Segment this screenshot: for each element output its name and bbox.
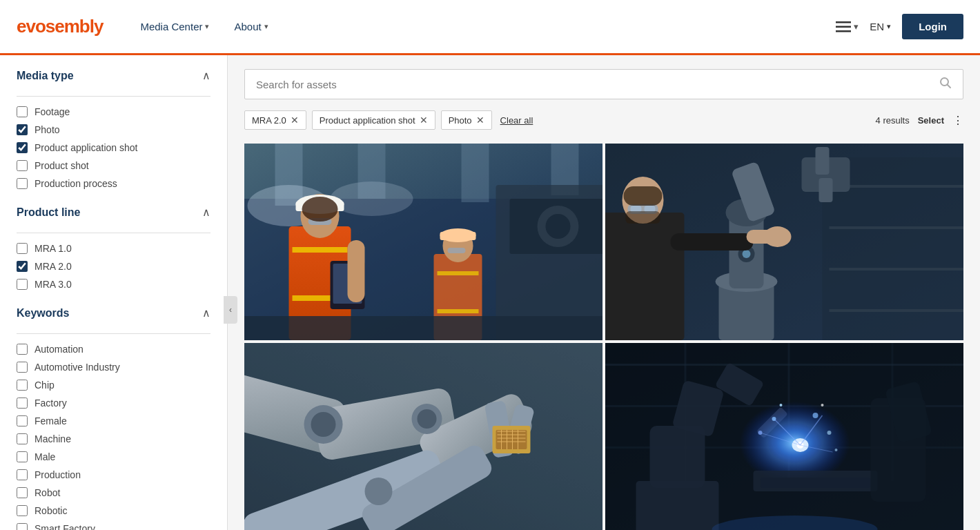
photo-checkbox[interactable] xyxy=(17,124,28,135)
robotic-label: Robotic xyxy=(35,505,67,516)
svg-point-108 xyxy=(821,404,824,406)
logo-orange: bly xyxy=(79,16,104,37)
keyword-robotic[interactable]: Robotic xyxy=(17,505,210,516)
svg-rect-42 xyxy=(830,309,964,312)
keyword-automotive[interactable]: Automotive Industry xyxy=(17,362,210,373)
keywords-section: Keywords ∧ Automation Automotive Industr… xyxy=(17,306,210,530)
machine-checkbox[interactable] xyxy=(17,433,28,444)
filter-tag-photo[interactable]: Photo ✕ xyxy=(441,110,492,130)
product-line-mra2[interactable]: MRA 2.0 xyxy=(17,261,210,272)
select-button[interactable]: Select xyxy=(918,115,944,126)
remove-photo-icon[interactable]: ✕ xyxy=(476,115,484,126)
remove-mra2-icon[interactable]: ✕ xyxy=(291,115,299,126)
chip-checkbox[interactable] xyxy=(17,380,28,391)
product-line-title: Product line xyxy=(17,206,80,219)
search-icon xyxy=(939,77,952,92)
robot-checkbox[interactable] xyxy=(17,487,28,498)
svg-rect-89 xyxy=(605,364,963,366)
svg-point-110 xyxy=(835,449,838,451)
product-line-mra1[interactable]: MRA 1.0 xyxy=(17,243,210,254)
svg-rect-26 xyxy=(438,309,479,313)
female-checkbox[interactable] xyxy=(17,415,28,426)
svg-point-83 xyxy=(418,409,437,429)
mra3-checkbox[interactable] xyxy=(17,279,28,290)
factory-checkbox[interactable] xyxy=(17,398,28,409)
automotive-checkbox[interactable] xyxy=(17,362,28,373)
more-options-icon[interactable]: ⋮ xyxy=(952,114,963,127)
filter-tag-product-app-shot[interactable]: Product application shot ✕ xyxy=(312,110,435,130)
media-type-checkbox-product-app-shot[interactable]: Product application shot xyxy=(17,142,210,153)
image-item-4[interactable] xyxy=(605,343,963,530)
production-checkbox[interactable] xyxy=(17,469,28,480)
image-item-2[interactable] xyxy=(605,144,963,340)
keyword-male[interactable]: Male xyxy=(17,451,210,462)
svg-rect-49 xyxy=(816,147,830,175)
mra3-label: MRA 3.0 xyxy=(35,279,72,290)
keyword-machine[interactable]: Machine xyxy=(17,433,210,444)
keywords-collapse-icon[interactable]: ∧ xyxy=(202,306,210,320)
automation-checkbox[interactable] xyxy=(17,344,28,355)
header: evosembly Media Center ▾ About ▾ ▾ EN ▾ … xyxy=(0,0,980,55)
production-label: Production xyxy=(35,469,81,480)
remove-product-app-shot-icon[interactable]: ✕ xyxy=(420,115,428,126)
clear-all-button[interactable]: Clear all xyxy=(500,115,533,126)
keyword-production[interactable]: Production xyxy=(17,469,210,480)
keyword-automation[interactable]: Automation xyxy=(17,344,210,355)
product-line-mra3[interactable]: MRA 3.0 xyxy=(17,279,210,290)
menu-chevron-icon: ▾ xyxy=(854,21,859,32)
male-checkbox[interactable] xyxy=(17,451,28,462)
product-application-shot-checkbox[interactable] xyxy=(17,142,28,153)
footage-checkbox[interactable] xyxy=(17,106,28,117)
filter-tag-mra2[interactable]: MRA 2.0 ✕ xyxy=(244,110,306,130)
image-grid xyxy=(244,144,963,530)
smart-factory-checkbox[interactable] xyxy=(17,523,28,530)
svg-rect-23 xyxy=(348,240,365,302)
media-type-collapse-icon[interactable]: ∧ xyxy=(202,69,210,82)
svg-rect-96 xyxy=(650,426,705,488)
media-type-checkbox-footage[interactable]: Footage xyxy=(17,106,210,117)
sidebar-collapse-handle[interactable]: ‹ xyxy=(224,296,237,324)
search-input[interactable] xyxy=(256,79,939,90)
male-label: Male xyxy=(35,451,55,462)
media-type-title: Media type xyxy=(17,70,74,82)
svg-point-86 xyxy=(365,478,393,505)
smart-factory-label: Smart Factory xyxy=(35,523,95,530)
page-layout: Media type ∧ Footage Photo Product appli… xyxy=(0,55,980,530)
product-shot-checkbox[interactable] xyxy=(17,160,28,171)
language-selector[interactable]: EN ▾ xyxy=(870,21,891,32)
svg-rect-41 xyxy=(830,268,964,271)
svg-rect-9 xyxy=(462,144,489,202)
keyword-smart-factory[interactable]: Smart Factory xyxy=(17,523,210,530)
image-item-1[interactable] xyxy=(244,144,602,340)
keyword-factory[interactable]: Factory xyxy=(17,398,210,409)
robotic-checkbox[interactable] xyxy=(17,505,28,516)
production-process-checkbox[interactable] xyxy=(17,178,28,189)
svg-rect-30 xyxy=(448,248,466,253)
mra2-checkbox[interactable] xyxy=(17,261,28,272)
svg-point-105 xyxy=(813,413,819,418)
keyword-robot[interactable]: Robot xyxy=(17,487,210,498)
media-type-checkbox-production-process[interactable]: Production process xyxy=(17,178,210,189)
chip-label: Chip xyxy=(35,380,55,391)
svg-rect-14 xyxy=(293,247,348,253)
results-info: 4 results Select ⋮ xyxy=(876,114,963,127)
media-type-checkbox-photo[interactable]: Photo xyxy=(17,124,210,135)
image-item-3[interactable] xyxy=(244,343,602,530)
svg-rect-59 xyxy=(626,211,660,224)
female-label: Female xyxy=(35,415,67,426)
product-line-collapse-icon[interactable]: ∧ xyxy=(202,206,210,219)
media-type-checkbox-product-shot[interactable]: Product shot xyxy=(17,160,210,171)
logo-dark: evosem xyxy=(17,16,79,37)
svg-rect-50 xyxy=(819,178,833,202)
keyword-female[interactable]: Female xyxy=(17,415,210,426)
logo[interactable]: evosembly xyxy=(17,16,103,37)
product-shot-label: Product shot xyxy=(35,160,89,171)
hamburger-menu-button[interactable]: ▾ xyxy=(836,21,859,32)
sidebar-wrapper: Media type ∧ Footage Photo Product appli… xyxy=(0,55,228,530)
nav-about[interactable]: About ▾ xyxy=(224,17,277,37)
login-button[interactable]: Login xyxy=(902,14,963,39)
mra1-checkbox[interactable] xyxy=(17,243,28,254)
nav-media-center[interactable]: Media Center ▾ xyxy=(130,17,219,37)
keyword-chip[interactable]: Chip xyxy=(17,380,210,391)
sidebar: Media type ∧ Footage Photo Product appli… xyxy=(0,55,228,530)
